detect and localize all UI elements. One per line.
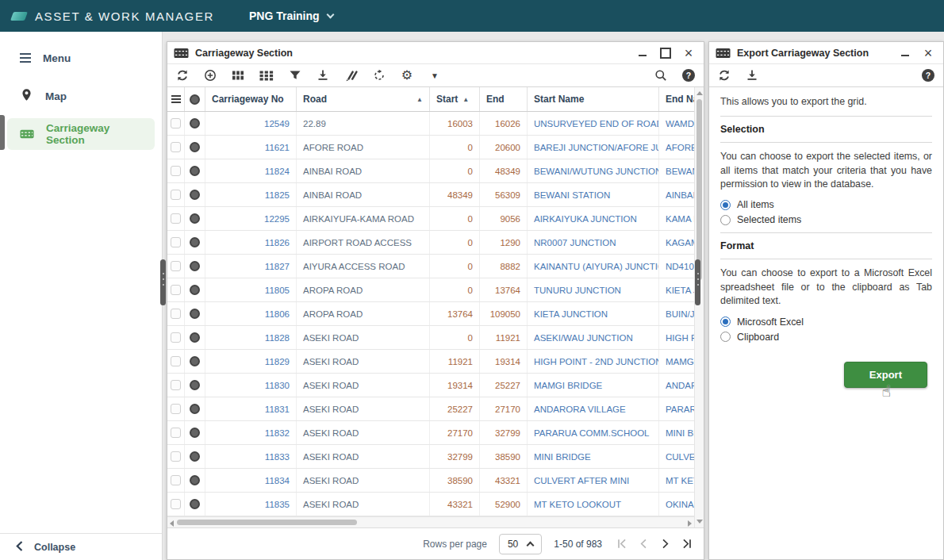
previous-page-button[interactable] [635, 536, 651, 552]
close-button[interactable]: × [683, 48, 694, 59]
cell-carriageway-no[interactable]: 11833 [205, 445, 297, 468]
scroll-right-icon[interactable] [688, 520, 692, 527]
cell-carriageway-no[interactable]: 11835 [205, 493, 297, 516]
minimize-button[interactable] [900, 48, 911, 59]
scroll-left-icon[interactable] [170, 520, 174, 527]
help-icon[interactable]: ? [922, 69, 934, 82]
column-header-end[interactable]: End [480, 87, 528, 111]
last-page-button[interactable] [678, 536, 694, 552]
cell-carriageway-no[interactable]: 11828 [205, 326, 297, 349]
table-row[interactable]: 11825AINBAI ROAD4834956309BEWANI STATION… [167, 183, 704, 207]
row-checkbox[interactable] [171, 332, 181, 343]
table-row[interactable]: 12295AIRKAIYUFA-KAMA ROAD09056AIRKAIYUKA… [167, 207, 704, 231]
rows-per-page-select[interactable]: 50 [499, 534, 542, 554]
cell-carriageway-no[interactable]: 11831 [205, 397, 297, 420]
row-checkbox[interactable] [171, 213, 181, 224]
row-checkbox[interactable] [171, 404, 181, 414]
panel-splitter-handle[interactable] [695, 259, 700, 305]
table-row[interactable]: 11827AIYURA ACCESS ROAD08882KAINANTU (AI… [167, 255, 704, 278]
cell-carriageway-no[interactable]: 11832 [205, 421, 297, 444]
cell-carriageway-no[interactable]: 12549 [205, 112, 297, 135]
table-row[interactable]: 11834ASEKI ROAD3859043321CULVERT AFTER M… [167, 469, 704, 493]
table-row[interactable]: 1254922.891600316026UNSURVEYED END OF RO… [167, 112, 704, 136]
cell-carriageway-no[interactable]: 11827 [205, 255, 297, 278]
table-row[interactable]: 11805AROPA ROAD013764TUNURU JUNCTIONKIET… [167, 278, 704, 302]
cell-carriageway-no[interactable]: 11830 [205, 374, 297, 397]
row-checkbox[interactable] [171, 261, 181, 271]
vertical-scrollbar-thumb[interactable] [696, 99, 702, 280]
column-header-road[interactable]: Road ▲ [297, 87, 430, 111]
row-checkbox[interactable] [171, 309, 181, 319]
close-button[interactable]: × [923, 48, 934, 59]
horizontal-scrollbar[interactable] [167, 516, 694, 527]
download-button[interactable] [746, 68, 758, 82]
next-page-button[interactable] [657, 536, 673, 552]
grid-view-button[interactable] [259, 68, 274, 82]
filter-button[interactable] [289, 68, 301, 82]
table-row[interactable]: 11830ASEKI ROAD1931425227MAMGI BRIDGEAND… [167, 374, 704, 397]
sidebar-item-map[interactable]: Map [7, 80, 155, 112]
more-dropdown-icon[interactable]: ▼ [428, 68, 441, 82]
column-header-carriageway-no[interactable]: Carriageway No [205, 87, 297, 111]
row-checkbox[interactable] [171, 475, 181, 485]
horizontal-scrollbar-thumb[interactable] [177, 520, 357, 525]
cell-carriageway-no[interactable]: 11826 [205, 231, 297, 254]
table-row[interactable]: 11826AIRPORT ROAD ACCESS01290NR0007 JUNC… [167, 231, 704, 255]
column-header-start-name[interactable]: Start Name [528, 87, 659, 111]
radio-clipboard[interactable]: Clipboard [720, 332, 932, 343]
radio-all-items[interactable]: All items [720, 199, 932, 210]
row-checkbox[interactable] [171, 380, 181, 390]
search-icon[interactable] [654, 68, 667, 82]
table-row[interactable]: 11833ASEKI ROAD3279938590MINI BRIDGECULV… [167, 445, 704, 469]
table-row[interactable]: 11831ASEKI ROAD2522727170ANDARORA VILLAG… [167, 397, 704, 421]
multi-edit-button[interactable] [344, 68, 358, 82]
row-checkbox[interactable] [171, 166, 181, 176]
scroll-down-icon[interactable] [696, 520, 703, 524]
vertical-scrollbar[interactable] [694, 87, 704, 527]
window-titlebar[interactable]: Carriageway Section × [167, 42, 704, 64]
panel-splitter-handle[interactable] [160, 259, 166, 305]
sidebar-item-menu[interactable]: Menu [7, 42, 155, 74]
row-checkbox[interactable] [171, 118, 181, 128]
table-row[interactable]: 11824AINBAI ROAD048349BEWANI/WUTUNG JUNC… [167, 159, 704, 183]
grid-row-menu-header[interactable] [167, 87, 185, 111]
workspace-switcher[interactable]: PNG Training [249, 10, 333, 22]
cell-carriageway-no[interactable]: 11621 [205, 136, 297, 159]
row-checkbox[interactable] [171, 356, 181, 366]
help-icon[interactable]: ? [682, 69, 695, 82]
window-titlebar[interactable]: Export Carriageway Section × [709, 42, 943, 64]
status-column-header[interactable] [185, 87, 205, 111]
radio-selected-items[interactable]: Selected items [720, 214, 932, 225]
cell-carriageway-no[interactable]: 11825 [205, 183, 297, 206]
table-row[interactable]: 11835ASEKI ROAD4332152900MT KETO LOOKOUT… [167, 493, 704, 516]
refresh-button[interactable] [718, 68, 731, 82]
table-row[interactable]: 11829ASEKI ROAD1192119314HIGH POINT - 2N… [167, 350, 704, 374]
scroll-up-icon[interactable] [696, 91, 703, 95]
grid-body[interactable]: 1254922.891600316026UNSURVEYED END OF RO… [167, 112, 704, 516]
cell-carriageway-no[interactable]: 11834 [205, 469, 297, 492]
cell-carriageway-no[interactable]: 11829 [205, 350, 297, 373]
sidebar-collapse-button[interactable]: Collapse [0, 533, 162, 560]
row-checkbox[interactable] [171, 499, 181, 509]
row-checkbox[interactable] [171, 190, 181, 200]
row-checkbox[interactable] [171, 142, 181, 152]
download-button[interactable] [317, 68, 329, 82]
sidebar-item-carriageway-section[interactable]: Carriageway Section [7, 118, 155, 150]
row-checkbox[interactable] [171, 237, 181, 247]
cell-carriageway-no[interactable]: 11824 [205, 159, 297, 182]
refresh-button[interactable] [176, 68, 189, 82]
add-record-button[interactable] [204, 68, 217, 82]
cell-carriageway-no[interactable]: 12295 [205, 207, 297, 230]
settings-gear-icon[interactable]: ⚙ [401, 68, 413, 82]
cell-carriageway-no[interactable]: 11805 [205, 278, 297, 301]
table-row[interactable]: 11832ASEKI ROAD2717032799PARARUA COMM.SC… [167, 421, 704, 445]
maximize-button[interactable] [660, 48, 671, 59]
batch-update-button[interactable] [373, 68, 386, 82]
minimize-button[interactable] [637, 48, 648, 59]
column-header-start[interactable]: Start ▲ [430, 87, 480, 111]
table-row[interactable]: 11828ASEKI ROAD011921ASEKI/WAU JUNCTIONH… [167, 326, 704, 350]
table-row[interactable]: 11621AFORE ROAD020600BAREJI JUNCTION/AFO… [167, 136, 704, 159]
radio-microsoft-excel[interactable]: Microsoft Excel [720, 316, 932, 328]
row-checkbox[interactable] [171, 428, 181, 438]
row-checkbox[interactable] [171, 285, 181, 295]
